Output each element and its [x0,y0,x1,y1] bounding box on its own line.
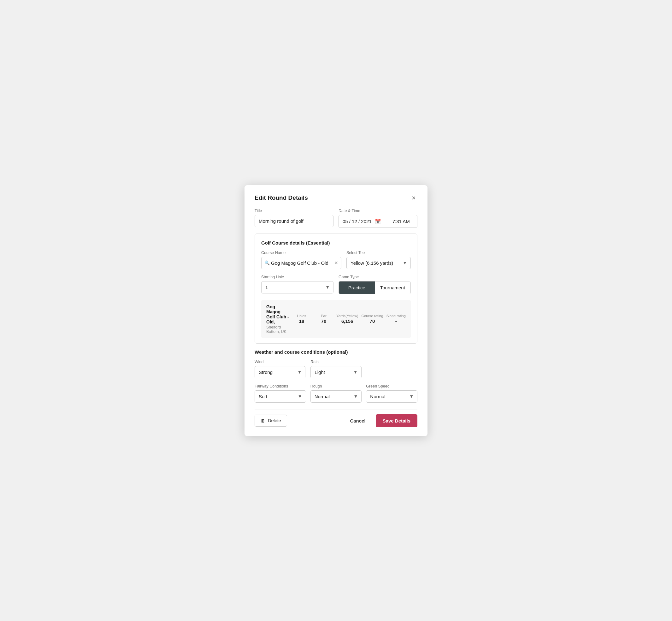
weather-title: Weather and course conditions (optional) [255,349,417,355]
course-tee-row: Course Name 🔍 ✕ Select Tee Yellow (6,156… [261,251,411,269]
weather-section: Weather and course conditions (optional)… [255,349,417,403]
delete-button[interactable]: 🗑 Delete [255,415,287,427]
calendar-icon: 📅 [375,218,381,224]
select-tee-group: Select Tee Yellow (6,156 yards) ▼ [346,251,411,269]
course-name-group: Course Name 🔍 ✕ [261,251,341,269]
slope-rating-stat: Slope rating - [386,314,406,324]
rough-label: Rough [310,384,362,388]
par-value: 70 [321,318,327,324]
course-info-location: Shelford Bottom, UK [266,325,289,334]
starting-hole-dropdown[interactable]: 1 [261,281,333,293]
practice-button[interactable]: Practice [339,282,375,294]
select-tee-wrap: Yellow (6,156 yards) ▼ [346,257,411,269]
green-speed-label: Green Speed [366,384,417,388]
datetime-group: Date & Time 05 / 12 / 2021 📅 7:31 AM [339,209,417,228]
starting-hole-label: Starting Hole [261,275,333,279]
course-info-box: Gog Magog Golf Club - Old, Shelford Bott… [261,300,411,338]
course-info-name: Gog Magog Golf Club - Old, Shelford Bott… [266,304,289,334]
green-speed-group: Green Speed Normal Slow Fast ▼ [366,384,417,403]
close-button[interactable]: × [410,194,417,202]
title-datetime-row: Title Date & Time 05 / 12 / 2021 📅 7:31 … [255,209,417,228]
course-info-name-text: Gog Magog Golf Club - Old, [266,304,289,324]
slope-rating-value: - [395,318,397,324]
course-rating-label: Course rating [362,314,383,318]
course-name-input[interactable] [261,257,341,269]
fairway-group: Fairway Conditions Soft Normal Hard ▼ [255,384,306,403]
starting-hole-group: Starting Hole 1 ▼ [261,275,333,293]
modal-title: Edit Round Details [255,194,308,201]
wind-dropdown[interactable]: Strong Calm Light Moderate Very Strong [255,366,305,378]
edit-round-modal: Edit Round Details × Title Date & Time 0… [245,185,427,436]
yards-label: Yards(Yellow) [336,314,359,318]
game-type-group: Game Type Practice Tournament [339,275,411,294]
wind-rain-row: Wind Strong Calm Light Moderate Very Str… [255,360,417,378]
cancel-button[interactable]: Cancel [345,415,370,427]
par-stat: Par 70 [314,314,333,324]
slope-rating-label: Slope rating [386,314,406,318]
date-field[interactable]: 05 / 12 / 2021 📅 [339,215,385,228]
course-name-wrap: 🔍 ✕ [261,257,341,269]
title-label: Title [255,209,333,213]
delete-label: Delete [268,418,281,423]
par-label: Par [321,314,327,318]
conditions-row: Fairway Conditions Soft Normal Hard ▼ Ro… [255,384,417,403]
wind-group: Wind Strong Calm Light Moderate Very Str… [255,360,305,378]
title-group: Title [255,209,333,227]
date-value: 05 / 12 / 2021 [343,219,372,224]
golf-course-title: Golf Course details (Essential) [261,240,411,246]
wind-wrap: Strong Calm Light Moderate Very Strong ▼ [255,366,305,378]
trash-icon: 🗑 [261,418,265,423]
game-type-label: Game Type [339,275,411,279]
golf-course-section: Golf Course details (Essential) Course N… [255,234,417,344]
hole-gametype-row: Starting Hole 1 ▼ Game Type Practice Tou… [261,275,411,294]
rough-dropdown[interactable]: Normal Short Long [310,390,362,403]
rough-wrap: Normal Short Long ▼ [310,390,362,403]
clear-icon[interactable]: ✕ [334,260,338,266]
tournament-button[interactable]: Tournament [375,282,411,294]
holes-value: 18 [299,318,304,324]
green-speed-wrap: Normal Slow Fast ▼ [366,390,417,403]
time-field[interactable]: 7:31 AM [385,215,417,228]
starting-hole-wrap: 1 ▼ [261,281,333,293]
rain-dropdown[interactable]: Light None Moderate Heavy [310,366,361,378]
date-time-fields: 05 / 12 / 2021 📅 7:31 AM [339,215,417,228]
course-rating-stat: Course rating 70 [362,314,383,324]
footer-right: Cancel Save Details [345,414,417,427]
modal-header: Edit Round Details × [255,194,417,202]
save-button[interactable]: Save Details [376,414,417,427]
datetime-label: Date & Time [339,209,417,213]
green-speed-dropdown[interactable]: Normal Slow Fast [366,390,417,403]
fairway-dropdown[interactable]: Soft Normal Hard [255,390,306,403]
wind-label: Wind [255,360,305,364]
holes-stat: Holes 18 [292,314,311,324]
holes-label: Holes [297,314,306,318]
fairway-label: Fairway Conditions [255,384,306,388]
footer-row: 🗑 Delete Cancel Save Details [255,410,417,427]
rain-label: Rain [310,360,361,364]
title-input[interactable] [255,215,333,227]
course-name-label: Course Name [261,251,341,255]
select-tee-label: Select Tee [346,251,411,255]
time-value: 7:31 AM [392,219,410,224]
rain-wrap: Light None Moderate Heavy ▼ [310,366,361,378]
yards-value: 6,156 [341,318,353,324]
fairway-wrap: Soft Normal Hard ▼ [255,390,306,403]
course-rating-value: 70 [370,318,375,324]
rough-group: Rough Normal Short Long ▼ [310,384,362,403]
select-tee-dropdown[interactable]: Yellow (6,156 yards) [346,257,411,269]
yards-stat: Yards(Yellow) 6,156 [336,314,359,324]
rain-group: Rain Light None Moderate Heavy ▼ [310,360,361,378]
game-type-toggle: Practice Tournament [339,281,411,294]
